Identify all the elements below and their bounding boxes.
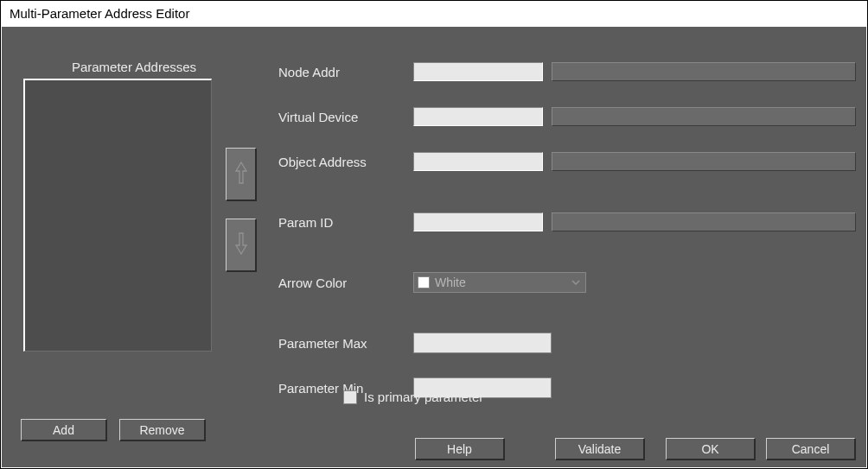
parameter-max-label: Parameter Max bbox=[278, 336, 413, 351]
arrow-down-icon bbox=[234, 231, 248, 258]
object-address-input[interactable] bbox=[413, 152, 543, 171]
arrow-color-label: Arrow Color bbox=[278, 276, 413, 290]
chevron-down-icon bbox=[570, 276, 582, 288]
virtual-device-label: Virtual Device bbox=[278, 110, 413, 124]
window-title: Multi-Parameter Address Editor bbox=[10, 6, 189, 21]
parameter-addresses-label: Parameter Addresses bbox=[48, 60, 220, 74]
param-id-input[interactable] bbox=[413, 212, 543, 231]
object-address-label: Object Address bbox=[278, 155, 413, 169]
move-down-button[interactable] bbox=[226, 219, 257, 272]
add-button-label: Add bbox=[53, 423, 74, 437]
arrow-color-selected: White bbox=[435, 276, 466, 289]
cancel-button[interactable]: Cancel bbox=[766, 438, 856, 460]
node-addr-label: Node Addr bbox=[278, 65, 413, 79]
arrow-color-swatch bbox=[418, 276, 430, 288]
param-id-display bbox=[552, 212, 856, 231]
node-addr-display bbox=[552, 62, 856, 81]
node-addr-input[interactable] bbox=[413, 62, 543, 81]
object-address-display bbox=[552, 152, 856, 171]
help-button[interactable]: Help bbox=[415, 438, 505, 460]
window: Multi-Parameter Address Editor Parameter… bbox=[0, 0, 868, 469]
form-area: Node Addr Virtual Device Object Address … bbox=[278, 61, 856, 422]
virtual-device-display bbox=[552, 107, 856, 126]
is-primary-checkbox[interactable] bbox=[343, 390, 357, 404]
validate-button-label: Validate bbox=[578, 442, 622, 456]
ok-button-label: OK bbox=[701, 442, 718, 456]
window-titlebar: Multi-Parameter Address Editor bbox=[1, 1, 867, 27]
parameter-addresses-list[interactable] bbox=[23, 79, 212, 352]
move-up-button[interactable] bbox=[226, 148, 257, 201]
is-primary-label: Is primary parameter bbox=[364, 390, 483, 404]
help-button-label: Help bbox=[447, 442, 472, 456]
cancel-button-label: Cancel bbox=[792, 442, 830, 456]
bottom-button-row: Help Validate OK Cancel bbox=[2, 438, 866, 462]
parameter-max-input[interactable] bbox=[413, 333, 552, 353]
virtual-device-input[interactable] bbox=[413, 107, 543, 126]
validate-button[interactable]: Validate bbox=[555, 438, 645, 460]
client-area: Parameter Addresses Add Remove Node Addr… bbox=[2, 27, 866, 467]
ok-button[interactable]: OK bbox=[666, 438, 756, 460]
remove-button-label: Remove bbox=[139, 423, 184, 437]
arrow-up-icon bbox=[234, 161, 248, 187]
is-primary-row: Is primary parameter bbox=[343, 390, 483, 404]
arrow-color-combobox[interactable]: White bbox=[413, 272, 586, 293]
param-id-label: Param ID bbox=[278, 215, 413, 230]
